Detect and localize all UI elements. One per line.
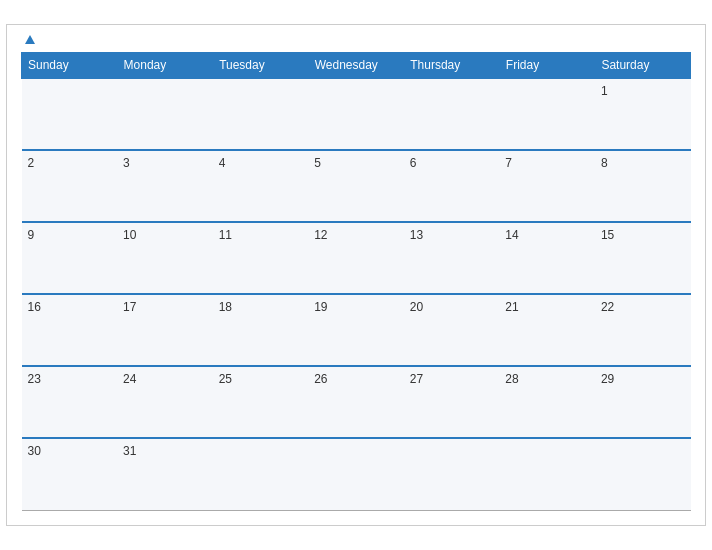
day-number: 15 [601,228,614,242]
calendar-cell: 24 [117,366,213,438]
weekday-header-wednesday: Wednesday [308,53,404,79]
calendar-cell: 30 [22,438,118,510]
calendar-cell [22,78,118,150]
day-number: 25 [219,372,232,386]
calendar-cell: 18 [213,294,309,366]
day-number: 28 [505,372,518,386]
calendar-cell [308,438,404,510]
day-number: 4 [219,156,226,170]
day-number: 7 [505,156,512,170]
calendar-cell: 26 [308,366,404,438]
logo-blue-text [21,35,35,44]
day-number: 27 [410,372,423,386]
calendar-cell: 1 [595,78,691,150]
day-number: 17 [123,300,136,314]
week-row-4: 16171819202122 [22,294,691,366]
calendar-header [21,35,691,44]
day-number: 24 [123,372,136,386]
day-number: 31 [123,444,136,458]
calendar-cell: 31 [117,438,213,510]
day-number: 5 [314,156,321,170]
week-row-5: 23242526272829 [22,366,691,438]
calendar-cell [404,438,500,510]
day-number: 16 [28,300,41,314]
calendar-cell: 28 [499,366,595,438]
calendar-cell [117,78,213,150]
day-number: 1 [601,84,608,98]
day-number: 13 [410,228,423,242]
calendar-cell [404,78,500,150]
calendar-cell: 27 [404,366,500,438]
weekday-header-monday: Monday [117,53,213,79]
calendar-cell: 21 [499,294,595,366]
calendar-cell [213,438,309,510]
calendar-cell: 14 [499,222,595,294]
day-number: 6 [410,156,417,170]
calendar-cell: 8 [595,150,691,222]
day-number: 19 [314,300,327,314]
weekday-header-tuesday: Tuesday [213,53,309,79]
week-row-3: 9101112131415 [22,222,691,294]
day-number: 20 [410,300,423,314]
day-number: 29 [601,372,614,386]
day-number: 30 [28,444,41,458]
weekday-header-row: SundayMondayTuesdayWednesdayThursdayFrid… [22,53,691,79]
calendar-cell: 22 [595,294,691,366]
day-number: 12 [314,228,327,242]
day-number: 22 [601,300,614,314]
calendar-table: SundayMondayTuesdayWednesdayThursdayFrid… [21,52,691,511]
calendar-cell: 6 [404,150,500,222]
calendar-cell: 10 [117,222,213,294]
calendar-cell: 17 [117,294,213,366]
week-row-1: 1 [22,78,691,150]
calendar-cell [499,438,595,510]
day-number: 21 [505,300,518,314]
logo-triangle-icon [25,35,35,44]
calendar-cell [595,438,691,510]
day-number: 14 [505,228,518,242]
logo [21,35,35,44]
calendar-cell [499,78,595,150]
week-row-2: 2345678 [22,150,691,222]
day-number: 18 [219,300,232,314]
calendar-cell: 25 [213,366,309,438]
calendar-cell: 23 [22,366,118,438]
calendar-container: SundayMondayTuesdayWednesdayThursdayFrid… [6,24,706,526]
calendar-cell: 29 [595,366,691,438]
calendar-cell: 3 [117,150,213,222]
calendar-cell: 11 [213,222,309,294]
calendar-cell: 2 [22,150,118,222]
calendar-cell: 19 [308,294,404,366]
day-number: 10 [123,228,136,242]
calendar-cell: 15 [595,222,691,294]
day-number: 2 [28,156,35,170]
calendar-cell: 7 [499,150,595,222]
day-number: 23 [28,372,41,386]
calendar-cell: 20 [404,294,500,366]
calendar-cell [308,78,404,150]
calendar-cell: 9 [22,222,118,294]
day-number: 8 [601,156,608,170]
day-number: 9 [28,228,35,242]
day-number: 3 [123,156,130,170]
weekday-header-sunday: Sunday [22,53,118,79]
calendar-cell: 12 [308,222,404,294]
calendar-cell [213,78,309,150]
calendar-cell: 13 [404,222,500,294]
day-number: 26 [314,372,327,386]
calendar-cell: 16 [22,294,118,366]
calendar-cell: 4 [213,150,309,222]
weekday-header-thursday: Thursday [404,53,500,79]
weekday-header-saturday: Saturday [595,53,691,79]
calendar-cell: 5 [308,150,404,222]
week-row-6: 3031 [22,438,691,510]
weekday-header-friday: Friday [499,53,595,79]
day-number: 11 [219,228,232,242]
